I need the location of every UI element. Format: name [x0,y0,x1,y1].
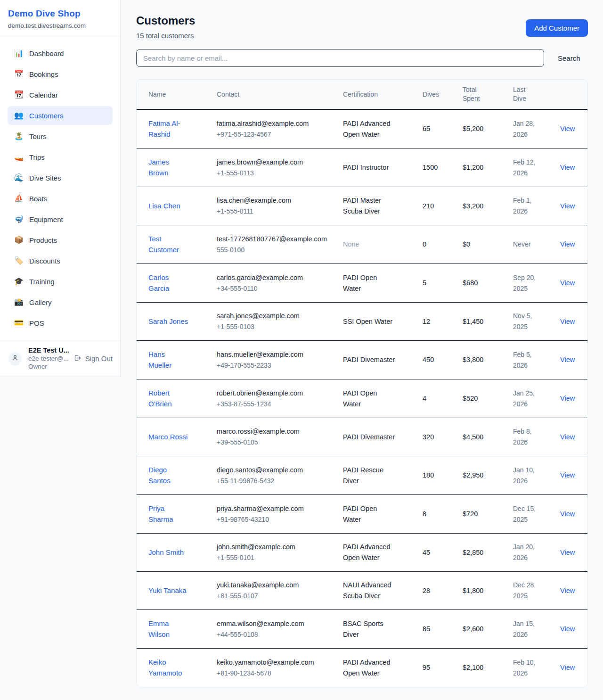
dives-count: 320 [415,418,455,456]
island-icon: 🏝️ [14,132,24,140]
search-button[interactable]: Search [557,52,581,64]
cell-last-dive: Dec 28, 2025 [505,572,553,610]
sidebar-item-training[interactable]: 🎓Training [8,272,113,291]
sidebar-item-discounts[interactable]: 🏷️Discounts [8,251,113,270]
view-link[interactable]: View [560,587,575,594]
view-link[interactable]: View [560,318,575,325]
cell-name: Yuki Tanaka [137,572,209,610]
sidebar-item-equipment[interactable]: 🤿Equipment [8,210,113,229]
sidebar-item-gallery[interactable]: 📸Gallery [8,293,113,312]
certification: None [343,239,359,250]
customer-name-link[interactable]: James Brown [148,156,190,178]
sidebar-item-trips[interactable]: 🚤Trips [8,148,113,166]
cell-action: View [553,418,588,456]
dives-count: 450 [415,341,455,379]
view-link[interactable]: View [560,395,575,402]
column-header: Name [137,80,209,109]
customer-name-link[interactable]: Emma Wilson [148,618,190,640]
cell-certification: PADI Instructor [335,148,415,187]
total-spent: $680 [455,264,505,303]
view-link[interactable]: View [560,356,575,363]
cell-certification: PADI Advanced Open Water [335,109,415,148]
customer-name-link[interactable]: Sarah Jones [148,316,188,327]
view-link[interactable]: View [560,510,575,518]
sidebar-item-tours[interactable]: 🏝️Tours [8,127,113,146]
dives-count: 210 [415,187,455,225]
table-row: Emma Wilsonemma.wilson@example.com+44-55… [137,610,588,649]
camera-icon: 📸 [14,298,24,306]
customer-name-link[interactable]: Yuki Tanaka [148,585,187,596]
page-title: Customers [136,14,195,27]
customer-name-link[interactable]: Diego Santos [148,464,190,486]
customer-name-link[interactable]: Marco Rossi [148,431,187,442]
customer-name-link[interactable]: Fatima Al-Rashid [148,118,190,140]
view-link[interactable]: View [560,125,575,132]
dives-count: 12 [415,303,455,341]
view-link[interactable]: View [560,471,575,479]
cell-certification: PADI Open Water [335,264,415,303]
cell-last-dive: Jan 10, 2026 [505,456,553,495]
search-input[interactable] [136,49,544,67]
customer-name-link[interactable]: Robert O'Brien [148,387,190,409]
customer-email: robert.obrien@example.com [217,388,328,399]
view-link[interactable]: View [560,664,575,671]
user-role: Owner [28,362,67,371]
customer-name-link[interactable]: John Smith [148,547,184,558]
view-link[interactable]: View [560,240,575,248]
shop-name: Demo Dive Shop [8,8,113,19]
customer-phone: +44-555-0108 [217,629,328,640]
customer-count: 15 total customers [136,32,195,40]
sidebar-item-label: POS [29,319,44,327]
customer-name-link[interactable]: Test Customer [148,233,190,255]
customer-phone: 555-0100 [217,245,328,255]
total-spent: $0 [455,225,505,264]
sign-out-label: Sign Out [85,354,113,362]
sidebar-item-calendar[interactable]: 📆Calendar [8,85,113,104]
avatar [8,352,22,365]
table-row: Keiko Yamamotokeiko.yamamoto@example.com… [137,649,588,687]
view-link[interactable]: View [560,164,575,171]
total-spent: $4,500 [455,418,505,456]
add-customer-button[interactable]: Add Customer [526,19,588,37]
cell-last-dive: Sep 20, 2025 [505,264,553,303]
customer-name-link[interactable]: Hans Mueller [148,349,190,371]
view-link[interactable]: View [560,625,575,633]
customer-name-link[interactable]: Carlos Garcia [148,272,190,294]
total-spent: $3,200 [455,187,505,225]
cell-last-dive: Nov 5, 2025 [505,303,553,341]
sidebar-item-customers[interactable]: 👥Customers [8,106,113,125]
table-row: Hans Muellerhans.mueller@example.com+49-… [137,341,588,379]
tear-calendar-icon: 📆 [14,91,24,99]
sidebar-item-boats[interactable]: ⛵Boats [8,189,113,208]
sidebar-item-dive-sites[interactable]: 🌊Dive Sites [8,168,113,187]
sign-out-button[interactable]: Sign Out [73,354,113,363]
customer-phone: +49-170-555-2233 [217,360,328,371]
view-link[interactable]: View [560,549,575,556]
cell-name: Marco Rossi [137,418,209,456]
view-link[interactable]: View [560,202,575,210]
sidebar-item-dashboard[interactable]: 📊Dashboard [8,44,113,63]
customer-email: sarah.jones@example.com [217,311,328,321]
sidebar-item-bookings[interactable]: 📅Bookings [8,65,113,83]
customer-name-link[interactable]: Priya Sharma [148,503,190,525]
cell-action: View [553,109,588,148]
dives-count: 4 [415,379,455,418]
tag-icon: 🏷️ [14,257,24,264]
sidebar-item-products[interactable]: 📦Products [8,231,113,249]
customer-email: carlos.garcia@example.com [217,272,328,283]
customer-name-link[interactable]: Lisa Chen [148,200,180,211]
cell-certification: PADI Advanced Open Water [335,534,415,572]
package-icon: 📦 [14,236,24,244]
cell-action: View [553,495,588,534]
certification: PADI Instructor [343,162,389,173]
cell-certification: BSAC Sports Diver [335,610,415,649]
cell-contact: sarah.jones@example.com+1-555-0103 [209,303,335,341]
total-spent: $1,450 [455,303,505,341]
sidebar-item-pos[interactable]: 💳POS [8,313,113,332]
cell-action: View [553,534,588,572]
view-link[interactable]: View [560,433,575,441]
customers-table: NameContactCertificationDivesTotal Spent… [137,80,588,687]
customer-phone: +1-555-0101 [217,552,328,563]
view-link[interactable]: View [560,279,575,287]
customer-name-link[interactable]: Keiko Yamamoto [148,657,190,678]
